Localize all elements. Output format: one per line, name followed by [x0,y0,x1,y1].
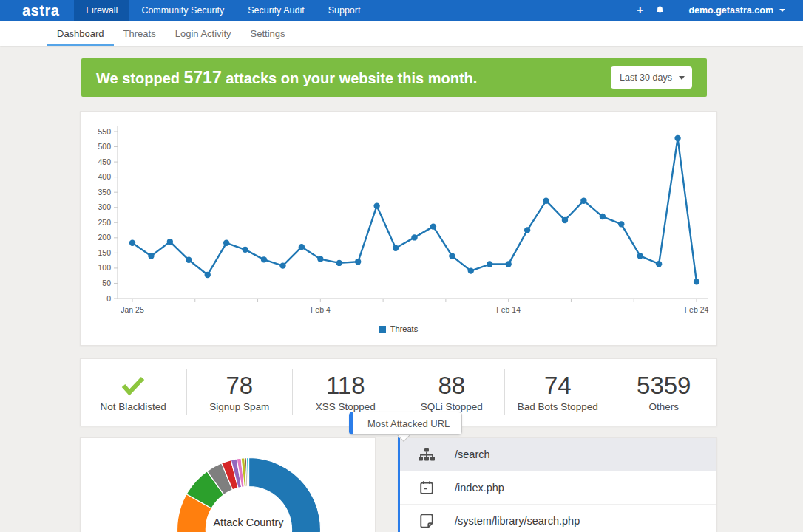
svg-text:200: 200 [98,233,111,242]
url-list-item[interactable]: /index.php [400,471,716,505]
bell-icon[interactable] [654,5,665,16]
most-attacked-url-tab[interactable]: Most Attacked URL [349,412,462,435]
svg-text:250: 250 [98,218,111,227]
svg-text:450: 450 [98,157,111,166]
date-range-select[interactable]: Last 30 days [611,66,692,89]
file-icon [418,513,436,529]
stat-not-blacklisted: Not Blacklisted [81,372,186,412]
url-list-item[interactable]: /system/library/search.php [400,504,716,532]
astra-logo[interactable]: astra [0,0,74,21]
url-list-item[interactable]: /search [400,438,716,471]
attacks-banner: We stopped 5717 attacks on your website … [81,58,707,97]
nav-item-firewall[interactable]: Firewall [74,0,129,21]
svg-text:150: 150 [98,248,111,257]
svg-text:400: 400 [98,172,111,181]
svg-text:100: 100 [98,263,111,272]
svg-text:0: 0 [106,294,111,303]
svg-text:500: 500 [98,142,111,151]
tab-dashboard[interactable]: Dashboard [47,21,114,46]
stat-signup-spam: 78 Signup Spam [187,372,293,412]
most-attacked-url-card: /search /index.php /system/library/searc… [398,437,717,532]
chart-legend: Threats [81,324,716,333]
stat-others: 5359 Others [611,372,717,412]
svg-text:300: 300 [98,202,111,211]
threats-legend-swatch [379,326,386,332]
donut-center-label: Attack Country [213,516,283,528]
svg-text:350: 350 [98,188,111,197]
svg-text:550: 550 [98,127,111,136]
tab-login-activity[interactable]: Login Activity [166,21,241,46]
threats-chart-card: 050100150200250300350400450500550Jan 25F… [80,111,717,346]
navbar-right: + demo.getastra.com [637,0,803,21]
svg-text:Feb 4: Feb 4 [311,305,331,314]
tab-threats[interactable]: Threats [114,21,166,46]
sitemap-icon [418,447,436,462]
main-content: We stopped 5717 attacks on your website … [80,58,717,532]
threats-line-chart: 050100150200250300350400450500550Jan 25F… [81,115,718,321]
chevron-down-icon [679,76,685,80]
nav-item-support[interactable]: Support [316,0,373,21]
tab-settings[interactable]: Settings [241,21,295,46]
nav-item-security-audit[interactable]: Security Audit [236,0,316,21]
svg-text:50: 50 [102,279,111,287]
check-icon [120,372,146,399]
svg-text:Jan 25: Jan 25 [121,305,144,314]
stat-xss-stopped: 118 XSS Stopped [293,372,399,412]
sub-navbar: Dashboard Threats Login Activity Setting… [0,21,803,46]
svg-text:Feb 24: Feb 24 [685,305,709,314]
navbar-divider [677,5,677,16]
calendar-icon [418,480,436,496]
stat-bad-bots-stopped: 74 Bad Bots Stopped [505,372,611,412]
attack-country-card: Attack Country [80,437,376,532]
bottom-row: Attack Country /search /index.php /syste… [80,437,717,532]
threats-legend-label: Threats [390,324,418,333]
top-navbar: astra Firewall Community Security Securi… [0,0,803,21]
stat-sqli-stopped: 88 SQLi Stopped [399,372,505,412]
attack-count: 5717 [184,68,222,87]
svg-text:Feb 14: Feb 14 [496,305,521,314]
add-icon[interactable]: + [637,4,643,17]
nav-item-community-security[interactable]: Community Security [129,0,236,21]
chevron-down-icon [779,9,785,12]
account-dropdown[interactable]: demo.getastra.com [688,5,785,16]
banner-message: We stopped 5717 attacks on your website … [96,68,477,88]
